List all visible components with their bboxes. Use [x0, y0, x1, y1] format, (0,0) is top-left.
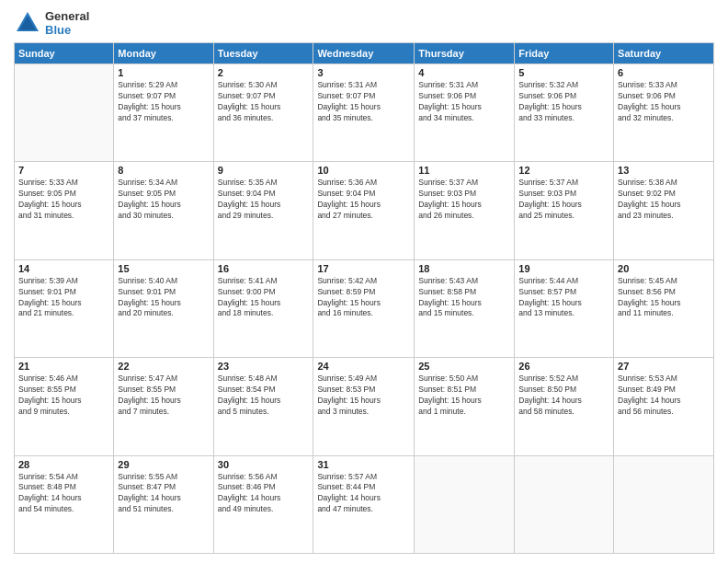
- day-number: 5: [518, 67, 609, 78]
- calendar-cell: 25Sunrise: 5:50 AM Sunset: 8:51 PM Dayli…: [415, 358, 515, 455]
- day-number: 7: [18, 165, 109, 176]
- calendar-cell: 8Sunrise: 5:34 AM Sunset: 9:05 PM Daylig…: [114, 162, 213, 259]
- day-info: Sunrise: 5:47 AM Sunset: 8:55 PM Dayligh…: [118, 373, 209, 418]
- day-number: 20: [618, 263, 710, 274]
- calendar-cell: [415, 455, 515, 553]
- calendar-cell: 1Sunrise: 5:29 AM Sunset: 9:07 PM Daylig…: [114, 64, 213, 162]
- day-info: Sunrise: 5:44 AM Sunset: 8:57 PM Dayligh…: [518, 276, 609, 320]
- day-number: 13: [618, 165, 710, 176]
- day-info: Sunrise: 5:33 AM Sunset: 9:05 PM Dayligh…: [18, 178, 109, 222]
- day-number: 9: [218, 165, 310, 176]
- day-info: Sunrise: 5:57 AM Sunset: 8:44 PM Dayligh…: [317, 472, 410, 516]
- day-number: 31: [317, 459, 410, 470]
- week-row-1: 1Sunrise: 5:29 AM Sunset: 9:07 PM Daylig…: [15, 64, 714, 162]
- day-info: Sunrise: 5:31 AM Sunset: 9:06 PM Dayligh…: [418, 80, 510, 124]
- day-info: Sunrise: 5:41 AM Sunset: 9:00 PM Dayligh…: [218, 276, 310, 320]
- day-number: 24: [317, 361, 410, 372]
- day-number: 12: [518, 165, 609, 176]
- day-info: Sunrise: 5:49 AM Sunset: 8:53 PM Dayligh…: [317, 373, 410, 418]
- day-number: 2: [218, 67, 310, 78]
- calendar-cell: 24Sunrise: 5:49 AM Sunset: 8:53 PM Dayli…: [313, 358, 415, 455]
- day-info: Sunrise: 5:39 AM Sunset: 9:01 PM Dayligh…: [18, 276, 109, 320]
- calendar-cell: 14Sunrise: 5:39 AM Sunset: 9:01 PM Dayli…: [15, 259, 114, 357]
- calendar-cell: 20Sunrise: 5:45 AM Sunset: 8:56 PM Dayli…: [614, 259, 714, 357]
- day-number: 15: [118, 263, 209, 274]
- calendar-cell: [15, 64, 114, 162]
- calendar-table: SundayMondayTuesdayWednesdayThursdayFrid…: [14, 42, 714, 554]
- week-row-4: 21Sunrise: 5:46 AM Sunset: 8:55 PM Dayli…: [15, 358, 714, 455]
- day-number: 4: [418, 67, 510, 78]
- calendar-cell: 21Sunrise: 5:46 AM Sunset: 8:55 PM Dayli…: [15, 358, 114, 455]
- day-info: Sunrise: 5:36 AM Sunset: 9:04 PM Dayligh…: [317, 178, 410, 222]
- day-info: Sunrise: 5:56 AM Sunset: 8:46 PM Dayligh…: [218, 472, 310, 516]
- header-row: SundayMondayTuesdayWednesdayThursdayFrid…: [15, 43, 714, 64]
- logo-icon: [14, 9, 41, 37]
- col-header-tuesday: Tuesday: [213, 43, 313, 64]
- calendar-cell: 22Sunrise: 5:47 AM Sunset: 8:55 PM Dayli…: [114, 358, 213, 455]
- day-number: 8: [118, 165, 209, 176]
- col-header-sunday: Sunday: [15, 43, 114, 64]
- header: General Blue: [14, 9, 714, 37]
- day-info: Sunrise: 5:45 AM Sunset: 8:56 PM Dayligh…: [618, 276, 710, 320]
- day-number: 25: [418, 361, 510, 372]
- day-number: 10: [317, 165, 410, 176]
- day-info: Sunrise: 5:37 AM Sunset: 9:03 PM Dayligh…: [418, 178, 510, 222]
- day-number: 6: [618, 67, 710, 78]
- calendar-cell: 23Sunrise: 5:48 AM Sunset: 8:54 PM Dayli…: [213, 358, 313, 455]
- day-info: Sunrise: 5:52 AM Sunset: 8:50 PM Dayligh…: [518, 373, 609, 418]
- calendar-cell: 30Sunrise: 5:56 AM Sunset: 8:46 PM Dayli…: [213, 455, 313, 553]
- day-number: 16: [218, 263, 310, 274]
- day-number: 28: [18, 459, 109, 470]
- calendar-cell: 18Sunrise: 5:43 AM Sunset: 8:58 PM Dayli…: [415, 259, 515, 357]
- day-number: 29: [118, 459, 209, 470]
- calendar-cell: 2Sunrise: 5:30 AM Sunset: 9:07 PM Daylig…: [213, 64, 313, 162]
- day-info: Sunrise: 5:30 AM Sunset: 9:07 PM Dayligh…: [218, 80, 310, 124]
- logo-text: General Blue: [45, 9, 89, 37]
- calendar-cell: 9Sunrise: 5:35 AM Sunset: 9:04 PM Daylig…: [213, 162, 313, 259]
- calendar-cell: 15Sunrise: 5:40 AM Sunset: 9:01 PM Dayli…: [114, 259, 213, 357]
- week-row-5: 28Sunrise: 5:54 AM Sunset: 8:48 PM Dayli…: [15, 455, 714, 553]
- col-header-monday: Monday: [114, 43, 213, 64]
- day-info: Sunrise: 5:31 AM Sunset: 9:07 PM Dayligh…: [317, 80, 410, 124]
- calendar-cell: 7Sunrise: 5:33 AM Sunset: 9:05 PM Daylig…: [15, 162, 114, 259]
- day-number: 23: [218, 361, 310, 372]
- day-info: Sunrise: 5:54 AM Sunset: 8:48 PM Dayligh…: [18, 472, 109, 516]
- day-number: 30: [218, 459, 310, 470]
- calendar-cell: 31Sunrise: 5:57 AM Sunset: 8:44 PM Dayli…: [313, 455, 415, 553]
- day-number: 26: [518, 361, 609, 372]
- calendar-cell: 17Sunrise: 5:42 AM Sunset: 8:59 PM Dayli…: [313, 259, 415, 357]
- calendar-cell: 11Sunrise: 5:37 AM Sunset: 9:03 PM Dayli…: [415, 162, 515, 259]
- day-info: Sunrise: 5:33 AM Sunset: 9:06 PM Dayligh…: [618, 80, 710, 124]
- day-info: Sunrise: 5:43 AM Sunset: 8:58 PM Dayligh…: [418, 276, 510, 320]
- week-row-2: 7Sunrise: 5:33 AM Sunset: 9:05 PM Daylig…: [15, 162, 714, 259]
- logo: General Blue: [14, 9, 89, 37]
- calendar-cell: 4Sunrise: 5:31 AM Sunset: 9:06 PM Daylig…: [415, 64, 515, 162]
- calendar-cell: 6Sunrise: 5:33 AM Sunset: 9:06 PM Daylig…: [614, 64, 714, 162]
- day-info: Sunrise: 5:34 AM Sunset: 9:05 PM Dayligh…: [118, 178, 209, 222]
- col-header-thursday: Thursday: [415, 43, 515, 64]
- page: General Blue SundayMondayTuesdayWednesda…: [0, 0, 728, 563]
- day-info: Sunrise: 5:40 AM Sunset: 9:01 PM Dayligh…: [118, 276, 209, 320]
- day-number: 1: [118, 67, 209, 78]
- col-header-friday: Friday: [515, 43, 614, 64]
- day-info: Sunrise: 5:29 AM Sunset: 9:07 PM Dayligh…: [118, 80, 209, 124]
- calendar-cell: 10Sunrise: 5:36 AM Sunset: 9:04 PM Dayli…: [313, 162, 415, 259]
- calendar-cell: [515, 455, 614, 553]
- day-number: 18: [418, 263, 510, 274]
- calendar-cell: 16Sunrise: 5:41 AM Sunset: 9:00 PM Dayli…: [213, 259, 313, 357]
- calendar-cell: 27Sunrise: 5:53 AM Sunset: 8:49 PM Dayli…: [614, 358, 714, 455]
- calendar-cell: 5Sunrise: 5:32 AM Sunset: 9:06 PM Daylig…: [515, 64, 614, 162]
- calendar-cell: 3Sunrise: 5:31 AM Sunset: 9:07 PM Daylig…: [313, 64, 415, 162]
- calendar-cell: 12Sunrise: 5:37 AM Sunset: 9:03 PM Dayli…: [515, 162, 614, 259]
- calendar-cell: 29Sunrise: 5:55 AM Sunset: 8:47 PM Dayli…: [114, 455, 213, 553]
- calendar-cell: 13Sunrise: 5:38 AM Sunset: 9:02 PM Dayli…: [614, 162, 714, 259]
- day-number: 14: [18, 263, 109, 274]
- day-info: Sunrise: 5:35 AM Sunset: 9:04 PM Dayligh…: [218, 178, 310, 222]
- col-header-saturday: Saturday: [614, 43, 714, 64]
- day-number: 27: [618, 361, 710, 372]
- day-info: Sunrise: 5:46 AM Sunset: 8:55 PM Dayligh…: [18, 373, 109, 418]
- day-info: Sunrise: 5:37 AM Sunset: 9:03 PM Dayligh…: [518, 178, 609, 222]
- day-info: Sunrise: 5:50 AM Sunset: 8:51 PM Dayligh…: [418, 373, 510, 418]
- day-number: 19: [518, 263, 609, 274]
- calendar-cell: [614, 455, 714, 553]
